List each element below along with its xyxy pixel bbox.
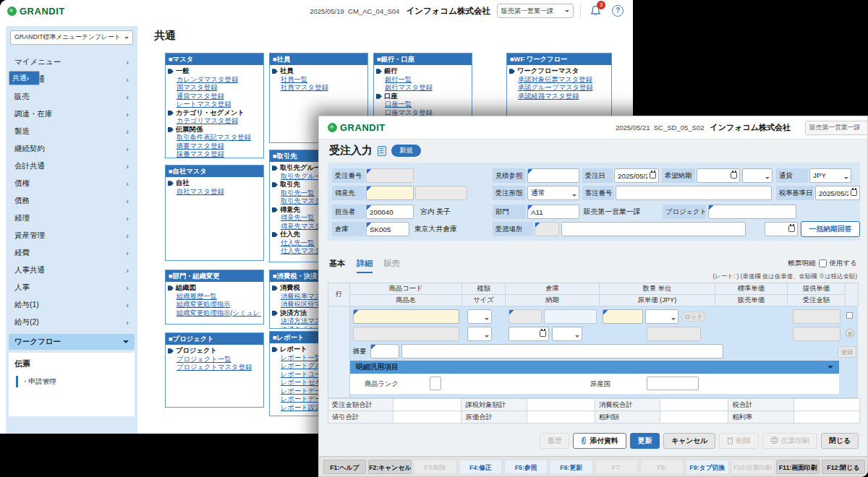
register-button[interactable]: 登録 xyxy=(838,346,856,358)
delete-button[interactable]: 削除 xyxy=(719,433,759,449)
card-title: ■銀行・口座 xyxy=(374,53,472,65)
report-detail-checkbox[interactable] xyxy=(819,259,827,267)
menu-link[interactable]: 摘要マスタ登録 xyxy=(176,142,261,151)
cost-price-input[interactable] xyxy=(647,327,701,341)
total-label: 値引合計 xyxy=(328,411,393,424)
menu-link[interactable]: 承認グループマスタ登録 xyxy=(518,84,609,93)
line-warehouse-code-input[interactable] xyxy=(509,309,542,324)
project-input[interactable] xyxy=(708,205,796,219)
function-key[interactable]: F11:画面印刷 xyxy=(776,460,820,474)
offer-price-input[interactable] xyxy=(793,309,841,324)
menu-link[interactable]: 口座一覧 xyxy=(385,100,469,109)
group-name: 取引先 xyxy=(280,181,300,189)
batch-delivery-reply-button[interactable]: 一括納期回答 xyxy=(801,221,860,237)
tab-basic[interactable]: 基本 xyxy=(329,258,345,273)
kind-select[interactable] xyxy=(467,309,492,324)
menu-link[interactable]: 通貨マスタ登録 xyxy=(176,93,261,101)
memo-input[interactable] xyxy=(401,344,723,358)
function-key[interactable]: F5:参照 xyxy=(504,460,548,474)
menu-link[interactable]: プロジェクト一覧 xyxy=(176,356,261,364)
delivery-type-select[interactable] xyxy=(552,327,582,341)
calendar-icon[interactable] xyxy=(540,330,546,337)
menu-link[interactable]: 社員一覧 xyxy=(281,76,365,85)
desired-delivery-type-select[interactable] xyxy=(742,168,773,183)
product-rank-input[interactable] xyxy=(430,377,441,390)
group-arrow-icon xyxy=(168,348,174,353)
group-arrow-icon xyxy=(272,69,278,74)
calendar-icon[interactable] xyxy=(650,172,656,179)
menu-link[interactable]: 組織変更処理指示 xyxy=(176,301,261,309)
menu-link[interactable]: 採番マスタ登録 xyxy=(176,150,261,158)
order-amount-input[interactable] xyxy=(793,327,841,341)
delivery-place-input[interactable] xyxy=(561,222,746,236)
person-code-input[interactable] xyxy=(366,205,414,219)
menu-link[interactable]: 社員マスタ登録 xyxy=(281,84,365,93)
origin-country-input[interactable] xyxy=(647,377,699,390)
menu-link[interactable]: カレンダマスタ登録 xyxy=(176,76,261,85)
group-name: 得意先 xyxy=(280,206,300,215)
function-key[interactable]: F9:タブ切換 xyxy=(686,460,729,474)
calendar-icon[interactable] xyxy=(851,189,857,196)
currency-select[interactable]: JPY xyxy=(809,168,851,183)
quote-ref-input[interactable] xyxy=(527,168,579,183)
line-warehouse-name-input[interactable] xyxy=(544,309,597,324)
action-label: 閉じる xyxy=(829,437,851,446)
menu-link[interactable]: 自社マスタ登録 xyxy=(176,188,261,197)
delivery-place-code-input[interactable] xyxy=(535,222,559,236)
unit-select[interactable] xyxy=(645,309,678,324)
tab-detail[interactable]: 詳細 xyxy=(357,258,373,273)
quantity-input[interactable] xyxy=(603,309,643,324)
customer-name-input[interactable] xyxy=(415,186,467,200)
menu-link[interactable]: カテゴリマスタ登録 xyxy=(176,117,261,126)
warehouse-code-input[interactable] xyxy=(366,222,409,236)
group-arrow-icon xyxy=(168,127,174,132)
calendar-icon[interactable] xyxy=(731,172,737,179)
price-checkbox[interactable] xyxy=(846,312,853,319)
lot-button[interactable]: ロット xyxy=(681,311,706,322)
calendar-icon[interactable] xyxy=(788,225,795,232)
group-name: 口座 xyxy=(384,93,398,101)
function-key: F8: xyxy=(640,460,684,474)
fg-department-select[interactable]: 販売第一営業一課 xyxy=(805,121,868,135)
menu-link[interactable]: 組織変更処理指示(シミュレーション) xyxy=(176,309,261,318)
history-button[interactable]: 履歴 xyxy=(540,433,570,449)
size-select[interactable] xyxy=(467,327,492,341)
warehouse-label: 倉庫 xyxy=(332,222,365,236)
menu-link[interactable]: 承認対象伝票マスタ登録 xyxy=(518,76,609,85)
customer-code-input[interactable] xyxy=(366,186,414,200)
printer-icon xyxy=(770,437,778,445)
cancel-button[interactable]: キャンセル xyxy=(663,433,715,449)
detail-generic-bar[interactable]: 明細汎用項目 xyxy=(350,361,839,374)
total-label: 消費税合計 xyxy=(595,399,660,411)
order-no-input[interactable] xyxy=(366,168,414,183)
product-name-input[interactable] xyxy=(353,327,459,341)
memo-code-input[interactable] xyxy=(370,344,399,358)
function-key[interactable]: F1:ヘルプ xyxy=(323,460,367,474)
menu-link[interactable]: 銀行一覧 xyxy=(385,76,469,85)
menu-link[interactable]: 組織履歴一覧 xyxy=(176,293,261,301)
menu-link[interactable]: 承認経路マスタ登録 xyxy=(518,93,609,101)
print-slip-button[interactable]: 伝票印刷 xyxy=(762,433,817,449)
function-key[interactable]: F6:更新 xyxy=(550,460,593,474)
update-button[interactable]: 更新 xyxy=(630,433,660,449)
desired-delivery-field xyxy=(697,168,740,183)
card-body: ワークフローマスタ承認対象伝票マスタ登録承認グループマスタ登録承認経路マスタ登録 xyxy=(507,65,611,103)
menu-link[interactable]: 銀行マスタ登録 xyxy=(385,84,469,93)
menu-link[interactable]: レートマスタ登録 xyxy=(176,100,261,109)
clipboard-icon[interactable] xyxy=(378,146,386,156)
attachments-button[interactable]: 添付資料 xyxy=(573,433,626,449)
customer-order-no-input[interactable] xyxy=(616,186,772,200)
function-key[interactable]: F2:キャンセル xyxy=(368,460,412,474)
department-code-input[interactable] xyxy=(527,205,579,219)
order-type-select[interactable]: 通常 xyxy=(527,186,579,200)
function-key[interactable]: F12:閉じる xyxy=(822,460,865,474)
function-key[interactable]: F4:修正 xyxy=(459,460,503,474)
product-code-input[interactable] xyxy=(353,309,459,324)
menu-link[interactable]: プロジェクトマスタ登録 xyxy=(176,364,261,372)
grid-header-cell: 行 xyxy=(328,283,350,306)
tab-sales[interactable]: 販売 xyxy=(384,258,400,273)
total-value xyxy=(527,411,595,424)
menu-link[interactable]: 国マスタ登録 xyxy=(176,84,261,93)
close-button[interactable]: 閉じる xyxy=(821,433,859,449)
menu-link[interactable]: 取引条件表記マスタ登録 xyxy=(176,134,261,142)
